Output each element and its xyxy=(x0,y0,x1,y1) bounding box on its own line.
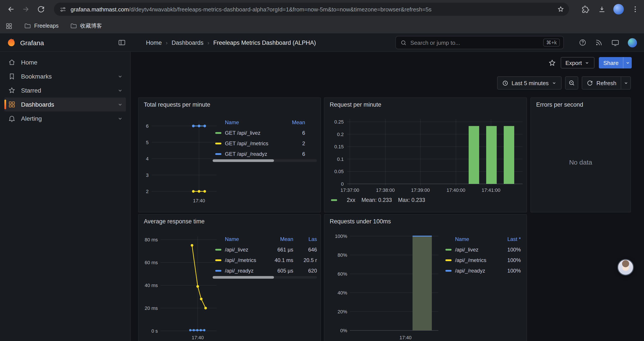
sidebar-item-home[interactable]: Home xyxy=(4,55,126,69)
svg-text:5: 5 xyxy=(146,140,148,145)
series-color-icon xyxy=(331,199,337,201)
legend-row[interactable]: /api/_livez661 µs646 xyxy=(215,244,317,255)
chevron-down-icon[interactable] xyxy=(117,73,123,80)
svg-text:17:41:00: 17:41:00 xyxy=(482,187,500,193)
chevron-down-icon[interactable] xyxy=(117,115,123,122)
help-icon[interactable] xyxy=(579,39,586,47)
grafana-user-avatar[interactable] xyxy=(628,38,637,47)
chevron-down-icon xyxy=(584,60,590,65)
legend-table: NameMeanLas/api/_livez661 µs646/api/_/me… xyxy=(215,234,317,276)
bookmark-star-icon[interactable] xyxy=(557,5,565,13)
browser-profile-avatar[interactable] xyxy=(613,4,624,15)
news-rss-icon[interactable] xyxy=(595,39,603,47)
chevron-down-icon[interactable] xyxy=(117,87,123,94)
legend-header[interactable]: Name xyxy=(446,236,497,242)
floating-assistant-avatar[interactable] xyxy=(617,259,634,276)
legend-header[interactable]: Name xyxy=(215,119,281,126)
time-range-picker[interactable]: Last 5 minutes xyxy=(497,76,562,90)
legend-table: NameLast */api/_livez100%/api/_/metrics1… xyxy=(446,234,521,276)
request-per-minute-chart[interactable]: 0.250.20.150.10.05017:37:0017:38:0017:39… xyxy=(324,98,527,212)
search-box[interactable]: ⌘+k xyxy=(396,36,564,49)
legend-row[interactable]: 2xx Mean: 0.233 Max: 0.233 xyxy=(331,197,425,203)
url-bar[interactable]: grafana.mathmast.com/d/deytv4rwavabkb/fr… xyxy=(54,3,569,16)
sidebar-item-label: Home xyxy=(21,59,38,66)
svg-text:17:39:00: 17:39:00 xyxy=(411,187,430,193)
sidebar-item-alerting[interactable]: Alerting xyxy=(4,112,126,126)
export-button[interactable]: Export xyxy=(560,57,594,69)
svg-text:60%: 60% xyxy=(338,271,347,277)
downloads-icon[interactable] xyxy=(597,5,607,14)
bookmarks-bar: Freeleaps 收藏博客 xyxy=(0,19,644,33)
back-button[interactable] xyxy=(4,2,18,17)
legend-scrollbar[interactable] xyxy=(212,276,317,279)
legend-row[interactable]: GET /api/_livez6 xyxy=(215,128,305,138)
forward-button[interactable] xyxy=(18,2,33,17)
refresh-interval-button[interactable] xyxy=(621,76,631,90)
dashboard-actions: Export Share xyxy=(548,57,632,69)
sidebar-item-dashboards[interactable]: Dashboards xyxy=(4,97,126,112)
svg-text:0.2: 0.2 xyxy=(337,132,344,137)
apps-grid-icon[interactable] xyxy=(5,22,13,30)
star-icon xyxy=(8,87,16,94)
requests-under-100ms-chart[interactable]: 100%80%60%40%20%0%17:40 xyxy=(324,215,527,341)
legend-row[interactable]: GET /api/_/readyz6 xyxy=(215,149,305,159)
svg-text:0.15: 0.15 xyxy=(334,144,344,149)
legend-header[interactable]: Las xyxy=(293,236,317,242)
svg-text:100%: 100% xyxy=(335,233,347,239)
svg-text:17:37:00: 17:37:00 xyxy=(340,187,359,193)
legend-header[interactable]: Name xyxy=(215,236,268,242)
grafana-brand[interactable]: Grafana xyxy=(6,33,44,52)
panel-title[interactable]: Average response time xyxy=(144,218,204,225)
svg-text:80 ms: 80 ms xyxy=(145,237,158,242)
favorite-star-icon[interactable] xyxy=(548,59,556,67)
search-input[interactable] xyxy=(410,39,540,46)
legend-scrollbar[interactable] xyxy=(212,159,317,162)
svg-text:40%: 40% xyxy=(338,290,347,295)
svg-text:6: 6 xyxy=(146,123,148,129)
legend-row[interactable]: /api/_/metrics100% xyxy=(446,255,521,265)
panel-title[interactable]: Total requests per minute xyxy=(144,101,210,108)
panel-title[interactable]: Requests under 100ms xyxy=(330,218,391,225)
svg-text:0: 0 xyxy=(341,181,344,187)
legend-header[interactable]: Mean xyxy=(281,119,305,126)
chevron-down-icon[interactable] xyxy=(117,101,123,108)
panel-average-response-time: Average response time 80 ms60 ms40 ms20 … xyxy=(138,214,321,341)
svg-text:60 ms: 60 ms xyxy=(145,260,158,265)
legend-row[interactable]: /api/_livez100% xyxy=(446,244,521,255)
panel-title[interactable]: Errors per second xyxy=(536,101,583,108)
sidebar-item-bookmarks[interactable]: Bookmarks xyxy=(4,69,126,83)
chevron-down-icon xyxy=(625,60,630,65)
zoom-out-button[interactable] xyxy=(565,76,578,90)
grafana-header: Grafana Home › Dashboards › Freeleaps Me… xyxy=(0,33,644,52)
series-color-icon xyxy=(446,259,452,261)
legend-row[interactable]: /api/_/readyz100% xyxy=(446,265,521,276)
reload-button[interactable] xyxy=(33,2,48,17)
breadcrumb-dashboards[interactable]: Dashboards xyxy=(172,39,204,46)
legend-header[interactable]: Last * xyxy=(497,236,521,242)
bookmark-folder-blogs[interactable]: 收藏博客 xyxy=(70,22,102,30)
legend-header[interactable]: Mean xyxy=(268,236,293,242)
series-name[interactable]: 2xx xyxy=(347,197,355,203)
share-button[interactable]: Share xyxy=(599,57,623,69)
series-color-icon xyxy=(215,153,222,155)
sidebar-collapse-button[interactable] xyxy=(116,37,127,48)
time-controls: Last 5 minutes Refresh xyxy=(497,76,631,90)
extensions-icon[interactable] xyxy=(580,5,590,14)
legend-row[interactable]: /api/_/metrics40.1 ms20.5 r xyxy=(215,255,317,265)
refresh-button-group: Refresh xyxy=(582,76,631,90)
refresh-button[interactable]: Refresh xyxy=(582,76,621,90)
sidebar-item-starred[interactable]: Starred xyxy=(4,83,126,97)
panel-errors-per-second: Errors per second No data xyxy=(530,97,631,212)
site-info-icon[interactable] xyxy=(59,6,67,13)
legend-row[interactable]: /api/_readyz605 µs620 xyxy=(215,265,317,276)
series-color-icon xyxy=(215,132,222,134)
bookmark-folder-freeleaps[interactable]: Freeleaps xyxy=(24,22,58,30)
dashboard-canvas: Export Share Last 5 minutes xyxy=(131,52,644,341)
sidebar-item-label: Alerting xyxy=(21,115,42,122)
browser-menu-icon[interactable] xyxy=(630,5,640,13)
monitor-icon[interactable] xyxy=(611,38,620,47)
panel-title[interactable]: Request per minute xyxy=(330,101,382,108)
share-menu-button[interactable] xyxy=(623,57,632,69)
breadcrumb-home[interactable]: Home xyxy=(146,39,162,46)
legend-row[interactable]: GET /api/_/metrics2 xyxy=(215,138,305,149)
